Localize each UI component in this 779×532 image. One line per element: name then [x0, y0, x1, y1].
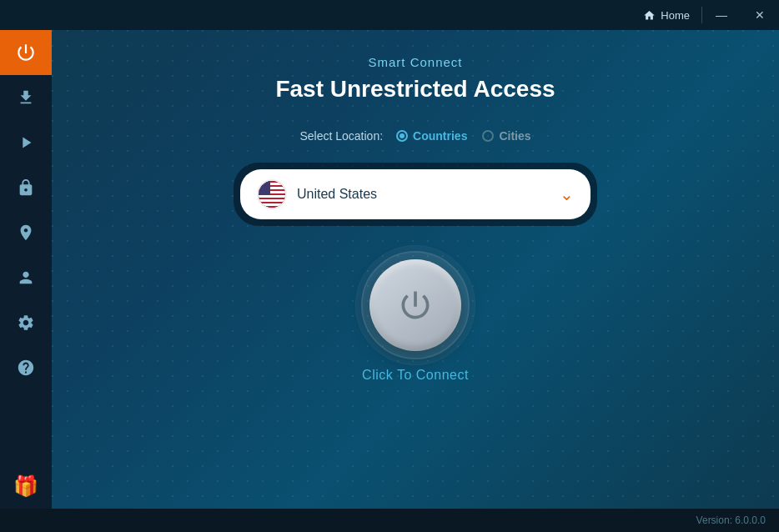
main-title: Fast Unrestricted Access	[275, 76, 555, 103]
selected-country-name: United States	[297, 187, 550, 202]
version-label: Version: 6.0.0.0	[696, 514, 766, 526]
sidebar-item-help[interactable]	[0, 345, 52, 390]
content-area: Smart Connect Fast Unrestricted Access S…	[52, 30, 779, 509]
power-button-icon	[397, 287, 434, 324]
help-icon	[17, 359, 35, 377]
location-type-radio-group: Countries Cities	[396, 129, 530, 143]
play-icon	[17, 133, 35, 152]
radio-label-countries: Countries	[413, 129, 467, 143]
lock-icon	[17, 178, 35, 197]
titlebar: Home — ✕	[0, 0, 779, 30]
main-layout: 🎁 Smart Connect Fast Unrestricted Access…	[0, 30, 779, 509]
minimize-icon: —	[716, 8, 727, 22]
home-label: Home	[661, 9, 690, 22]
us-flag	[259, 181, 285, 208]
click-to-connect-label: Click To Connect	[362, 368, 469, 383]
bottom-bar: Version: 6.0.0.0	[0, 509, 779, 532]
home-button[interactable]: Home	[631, 0, 701, 30]
ip-icon	[17, 223, 35, 242]
power-icon	[15, 42, 37, 63]
sidebar-item-ip[interactable]	[0, 210, 52, 255]
sidebar-item-download[interactable]	[0, 75, 52, 120]
sidebar-item-lock[interactable]	[0, 165, 52, 210]
gift-icon: 🎁	[13, 474, 38, 498]
select-location-label: Select Location:	[299, 129, 383, 143]
chevron-down-icon: ⌄	[560, 184, 574, 204]
sidebar-bottom: 🎁	[0, 464, 52, 509]
country-flag	[257, 179, 287, 209]
download-icon	[17, 88, 35, 107]
sidebar-item-settings[interactable]	[0, 300, 52, 345]
radio-cities[interactable]: Cities	[482, 129, 530, 143]
radio-dot-cities	[482, 130, 494, 142]
location-selector-row: Select Location: Countries Cities	[299, 129, 530, 143]
close-button[interactable]: ✕	[741, 0, 779, 30]
minimize-button[interactable]: —	[702, 0, 741, 30]
home-icon	[643, 9, 656, 22]
radio-label-cities: Cities	[499, 129, 530, 143]
sidebar-item-gift[interactable]: 🎁	[0, 464, 52, 509]
sidebar-item-play[interactable]	[0, 120, 52, 165]
gear-icon	[17, 314, 35, 332]
profile-icon	[17, 269, 35, 287]
smart-connect-label: Smart Connect	[368, 55, 462, 69]
radio-countries[interactable]: Countries	[396, 129, 467, 143]
sidebar-item-profile[interactable]	[0, 255, 52, 300]
sidebar: 🎁	[0, 30, 52, 509]
country-dropdown[interactable]: United States ⌄	[240, 169, 591, 219]
radio-dot-countries	[396, 130, 408, 142]
country-dropdown-container: United States ⌄	[234, 163, 597, 226]
connect-power-button[interactable]	[369, 259, 461, 351]
close-icon: ✕	[755, 8, 765, 22]
sidebar-power-button[interactable]	[0, 30, 52, 75]
